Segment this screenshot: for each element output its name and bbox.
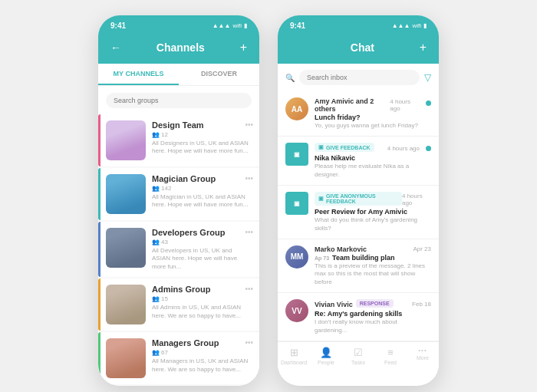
channel-members: 👥 12 [152, 131, 252, 138]
nav-feed[interactable]: ≡ Feed [374, 347, 407, 365]
chat-subject: Peer Review for Amy Amivic [315, 208, 431, 216]
chat-title: Chat [351, 41, 374, 54]
chat-subject: Re: Amy's gardening skills [315, 310, 431, 318]
channel-options-button[interactable]: ••• [245, 338, 253, 347]
chat-content: ▣ GIVE ANONYMOUS FEEDBACK 4 hours ago Pe… [315, 192, 431, 232]
accent-bar [98, 332, 100, 384]
chat-top-row: Marko Markovic Apr 23 [315, 245, 431, 253]
chat-time-label: 4 hours ago [390, 98, 420, 112]
tab-discover[interactable]: DISCOVER [179, 64, 259, 85]
list-item[interactable]: Managers Group 👥 67 All Managers in US, … [98, 332, 259, 384]
list-item[interactable]: AA Amy Amivic and 2 others 4 hours ago L… [278, 91, 439, 137]
chat-preview: What do you think of Amy's gardening ski… [315, 216, 431, 232]
avatar: VV [285, 299, 308, 322]
accent-bar [98, 114, 100, 166]
feedback-anon-icon: ▣ [294, 200, 300, 207]
unread-indicator [426, 100, 431, 106]
list-item[interactable]: Admins Group 👥 15 All Admins in US, UK a… [98, 278, 259, 331]
channel-desc: All Designers in US, UK and ASIAN here. … [152, 140, 252, 156]
chat-search-input[interactable] [299, 70, 420, 85]
nav-people[interactable]: 👤 People [310, 347, 342, 365]
channel-options-button[interactable]: ••• [245, 285, 253, 293]
people-icon: 👤 [320, 347, 332, 358]
avatar: MM [285, 245, 308, 268]
accent-bar [98, 222, 100, 277]
channel-info: Managers Group 👥 67 All Managers in US, … [152, 338, 252, 374]
channel-name: Admins Group [152, 285, 252, 294]
search-icon: 🔍 [285, 74, 295, 82]
accent-bar [98, 278, 100, 331]
member-icon: 👥 [152, 295, 160, 302]
channel-members: 👥 67 [152, 349, 252, 356]
channel-image [106, 338, 146, 378]
chat-top-row: ▣ GIVE ANONYMOUS FEEDBACK 4 hours ago [315, 192, 431, 207]
channel-options-button[interactable]: ••• [245, 120, 253, 129]
chat-top-row: Amy Amivic and 2 others 4 hours ago [315, 97, 420, 113]
channel-list: Design Team 👥 12 All Designers in US, UK… [98, 114, 259, 386]
filter-icon[interactable]: ▽ [424, 72, 431, 83]
channel-name: Magician Group [152, 174, 252, 183]
nav-label: Feed [384, 360, 397, 365]
channel-members: 👥 43 [152, 239, 252, 245]
chat-sender: Marko Markovic [315, 245, 367, 253]
channels-status-bar: 9:41 ▲▲▲ wifi ▮ [98, 15, 259, 35]
signal-icon: ▲▲▲ [212, 22, 231, 29]
list-item[interactable]: ▣ ▣ GIVE ANONYMOUS FEEDBACK 4 hours ago … [278, 186, 439, 239]
list-item[interactable]: VV Vivian Vivic RESPONSE Feb 18 Re: Amy'… [278, 293, 439, 341]
tab-my-channels[interactable]: MY CHANNELS [98, 64, 179, 85]
list-item[interactable]: Developers Group 👥 43 All Developers in … [98, 222, 259, 277]
channel-name: Developers Group [152, 228, 252, 237]
chat-add-button[interactable]: + [420, 41, 427, 54]
nav-more[interactable]: ••• More [407, 347, 439, 365]
list-item[interactable]: MM Marko Markovic Apr 23 Ap 73 Team buil… [278, 239, 439, 293]
unread-indicator [426, 146, 431, 151]
nav-label: Tasks [351, 360, 365, 365]
chat-top-row: Vivian Vivic RESPONSE Feb 18 [315, 299, 431, 309]
chat-subject: Team building plan [332, 254, 394, 262]
chat-time: 9:41 [290, 21, 305, 30]
channels-header: ← Channels + [98, 35, 259, 64]
channels-add-button[interactable]: + [240, 41, 247, 54]
channel-image [106, 120, 146, 160]
channels-time: 9:41 [110, 21, 126, 30]
avatar: AA [285, 97, 308, 120]
list-item[interactable]: ▣ ▣ GIVE FEEDBACK 4 hours ago Nika Nikav… [278, 137, 439, 186]
channel-desc: All Developers in US, UK and ASIAN here.… [152, 247, 252, 271]
channel-options-button[interactable]: ••• [245, 228, 253, 236]
nav-label: More [417, 355, 429, 361]
list-item[interactable]: Magician Group 👥 142 All Magician in US,… [98, 168, 259, 220]
chat-phone: 9:41 ▲▲▲ wifi ▮ Chat + 🔍 ▽ AA [278, 15, 439, 386]
ap-label: Ap 73 [315, 255, 329, 261]
chat-preview: This is a preview of the message. 2 line… [315, 262, 431, 286]
channel-desc: All Admins in US, UK and ASIAN here. We … [152, 304, 252, 320]
chat-content: Vivian Vivic RESPONSE Feb 18 Re: Amy's g… [315, 299, 431, 334]
back-button[interactable]: ← [110, 41, 121, 54]
wifi-icon: wifi [232, 22, 242, 29]
chat-time-label: 4 hours ago [387, 145, 420, 152]
channel-desc: All Managers in US, UK and ASIAN here. W… [152, 357, 252, 374]
avatar: ▣ [285, 192, 308, 215]
member-icon: 👥 [152, 349, 160, 356]
channel-name: Managers Group [152, 338, 252, 348]
response-tag: RESPONSE [356, 299, 394, 308]
channel-desc: All Magician in US, UK and ASIAN here. H… [152, 193, 252, 209]
channel-info: Design Team 👥 12 All Designers in US, UK… [152, 120, 252, 156]
anon-feedback-tag: ▣ GIVE ANONYMOUS FEEDBACK [315, 192, 402, 206]
channels-search-input[interactable] [106, 93, 252, 108]
chat-sender: Vivian Vivic [315, 301, 353, 308]
chat-preview: Yo, you guys wanna get lunch Friday? [315, 122, 420, 130]
nav-dashboard[interactable]: ⊞ Dashboard [278, 347, 310, 365]
chat-status-bar: 9:41 ▲▲▲ wifi ▮ [278, 15, 439, 35]
channel-members: 👥 142 [152, 185, 252, 192]
chat-preview: I don't really know much about gardening… [315, 318, 431, 334]
list-item[interactable]: Design Team 👥 12 All Designers in US, UK… [98, 114, 259, 166]
status-icons: ▲▲▲ wifi ▮ [212, 22, 247, 29]
accent-bar [98, 168, 100, 220]
channel-info: Admins Group 👥 15 All Admins in US, UK a… [152, 285, 252, 320]
channel-members: 👥 15 [152, 295, 252, 302]
chat-content: Amy Amivic and 2 others 4 hours ago Lunc… [315, 97, 420, 130]
channel-options-button[interactable]: ••• [245, 174, 253, 183]
nav-tasks[interactable]: ☑ Tasks [342, 347, 374, 365]
wifi-icon: wifi [412, 22, 421, 29]
battery-icon: ▮ [244, 22, 247, 29]
